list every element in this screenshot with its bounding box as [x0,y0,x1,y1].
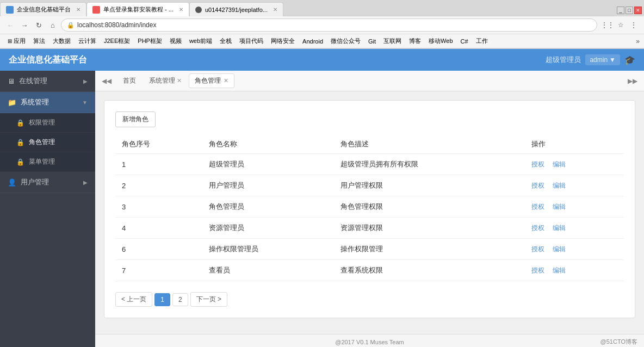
edit-link[interactable]: 编辑 [553,245,566,253]
online-arrow: ▶ [83,78,88,84]
bookmark-cloud[interactable]: 云计算 [75,36,100,46]
sidebar-item-users[interactable]: 👤 用户管理 ▶ [0,172,95,193]
sidebar-item-menus[interactable]: 🔒 菜单管理 [0,152,95,172]
table-row: 6 操作权限管理员 操作权限管理 授权 编辑 [115,239,624,260]
table-row: 7 查看员 查看系统权限 授权 编辑 [115,260,624,281]
tab-close-1[interactable]: ✕ [76,7,81,13]
users-arrow: ▶ [83,179,88,185]
window-maximize[interactable]: □ [626,7,633,14]
auth-link[interactable]: 授权 [531,224,544,232]
footer-right: @51CTO博客 [600,338,637,346]
table-row: 2 用户管理员 用户管理权限 授权 编辑 [115,175,624,196]
window-close[interactable]: ✕ [634,7,642,14]
forward-button[interactable]: → [18,19,30,31]
address-text: localhost:8080/admin/index [77,21,591,29]
auth-link[interactable]: 授权 [531,245,544,253]
sidebar-item-online[interactable]: 🖥 在线管理 ▶ [0,71,95,92]
bookmark-security[interactable]: 网络安全 [268,36,298,46]
auth-link[interactable]: 授权 [531,160,544,168]
cell-id: 1 [115,154,202,175]
bookmark-mobileweb[interactable]: 移动Web [425,36,456,46]
settings-button[interactable]: ⋮ [628,19,640,31]
cell-name: 超级管理员 [202,154,334,175]
bookmark-video[interactable]: 视频 [166,36,185,46]
edit-link[interactable]: 编辑 [553,267,566,274]
bookmark-apps[interactable]: ⊞ 应用 [4,36,29,46]
page-2-button[interactable]: 2 [172,293,188,306]
edit-link[interactable]: 编辑 [553,203,566,210]
address-bar-row: ← → ↻ ⌂ 🔒 localhost:8080/admin/index ⋮⋮ … [0,16,644,34]
auth-link[interactable]: 授权 [531,203,544,210]
home-button[interactable]: ⌂ [47,19,59,31]
cell-desc: 查看系统权限 [334,260,525,281]
content-panel: 新增角色 角色序号 角色名称 角色描述 操作 [104,100,635,318]
bookmark-internet[interactable]: 互联网 [380,36,405,46]
cell-id: 6 [115,239,202,260]
cell-id: 3 [115,196,202,218]
bookmark-j2ee[interactable]: J2EE框架 [101,36,133,46]
roles-table: 角色序号 角色名称 角色描述 操作 1 超级管理员 超级管理员拥有所有权限 授权… [115,135,624,281]
edit-link[interactable]: 编辑 [553,182,566,189]
edit-link[interactable]: 编辑 [553,160,566,168]
online-icon: 🖥 [8,77,15,85]
auth-link[interactable]: 授权 [531,267,544,274]
bookmark-wechat[interactable]: 微信公众号 [327,36,364,46]
add-role-button[interactable]: 新增角色 [115,111,156,127]
sidebar-item-system[interactable]: 📁 系统管理 ▼ [0,92,95,113]
breadcrumb-bar: ◀◀ 首页 系统管理 ✕ 角色管理 ✕ ▶▶ [95,71,644,91]
breadcrumb-roles-close[interactable]: ✕ [224,77,228,84]
tab-title-2: 单点登录集群安装教程 - ... [103,5,174,14]
super-admin-label: 超级管理员 [546,55,581,65]
breadcrumb-forward[interactable]: ▶▶ [627,75,639,87]
browser-tab-1[interactable]: 企业信息化基础平台 ✕ [0,2,86,16]
tab-close-3[interactable]: ✕ [273,7,277,13]
extensions-button[interactable]: ⋮⋮ [602,19,614,31]
edit-link[interactable]: 编辑 [553,224,566,232]
sidebar-item-roles[interactable]: 🔒 角色管理 [0,133,95,152]
cell-name: 角色管理员 [202,196,334,218]
roles-label: 角色管理 [29,138,55,147]
bookmarks-more[interactable]: » [636,38,640,45]
bookmark-button[interactable]: ☆ [615,19,627,31]
lock-icon: 🔒 [67,22,75,29]
sidebar-label-users: 用户管理 [21,177,49,187]
bookmark-android[interactable]: Android [299,37,326,46]
address-box[interactable]: 🔒 localhost:8080/admin/index [61,18,597,32]
menus-label: 菜单管理 [29,157,55,166]
bookmark-blog[interactable]: 博客 [406,36,424,46]
auth-link[interactable]: 授权 [531,182,544,189]
app-container: 企业信息化基础平台 超级管理员 admin ▼ 🎓 🖥 在线管理 ▶ [0,49,644,347]
app-header: 企业信息化基础平台 超级管理员 admin ▼ 🎓 [0,49,644,71]
tab-close-2[interactable]: ✕ [179,7,183,13]
bookmark-suanfa[interactable]: 算法 [30,36,48,46]
next-page-button[interactable]: 下一页 > [190,292,227,307]
bookmark-project[interactable]: 项目代码 [236,36,267,46]
table-header-row: 角色序号 角色名称 角色描述 操作 [115,135,624,154]
window-minimize[interactable]: _ [617,7,624,14]
menus-icon: 🔒 [16,158,24,166]
bookmark-csharp[interactable]: C# [457,37,472,46]
hat-icon: 🎓 [624,55,635,65]
browser-tab-2[interactable]: 单点登录集群安装教程 - ... ✕ [86,2,189,16]
bookmark-webfront[interactable]: web前端 [186,36,215,46]
bookmark-bigdata[interactable]: 大数据 [49,36,74,46]
breadcrumb-back[interactable]: ◀◀ [101,75,113,87]
breadcrumb-system[interactable]: 系统管理 ✕ [143,73,188,88]
table-body: 1 超级管理员 超级管理员拥有所有权限 授权 编辑 2 用户管理员 用户管理权限… [115,154,624,281]
bookmark-git[interactable]: Git [365,37,379,46]
admin-dropdown[interactable]: admin ▼ [585,54,620,65]
sidebar-label-online: 在线管理 [19,76,47,86]
bookmark-php[interactable]: PHP框架 [134,36,165,46]
table-row: 1 超级管理员 超级管理员拥有所有权限 授权 编辑 [115,154,624,175]
back-button[interactable]: ← [4,19,16,31]
page-1-button[interactable]: 1 [154,293,170,306]
breadcrumb-home[interactable]: 首页 [117,73,142,88]
cell-desc: 操作权限管理 [334,239,525,260]
refresh-button[interactable]: ↻ [33,19,45,31]
breadcrumb-system-close[interactable]: ✕ [177,77,182,84]
sidebar-item-permissions[interactable]: 🔒 权限管理 [0,113,95,133]
prev-page-button[interactable]: < 上一页 [115,292,152,307]
browser-tab-3[interactable]: u014427391/jeeplatfo... ✕ [189,2,283,16]
bookmark-work[interactable]: 工作 [473,36,491,46]
bookmark-fullstack[interactable]: 全栈 [216,36,235,46]
